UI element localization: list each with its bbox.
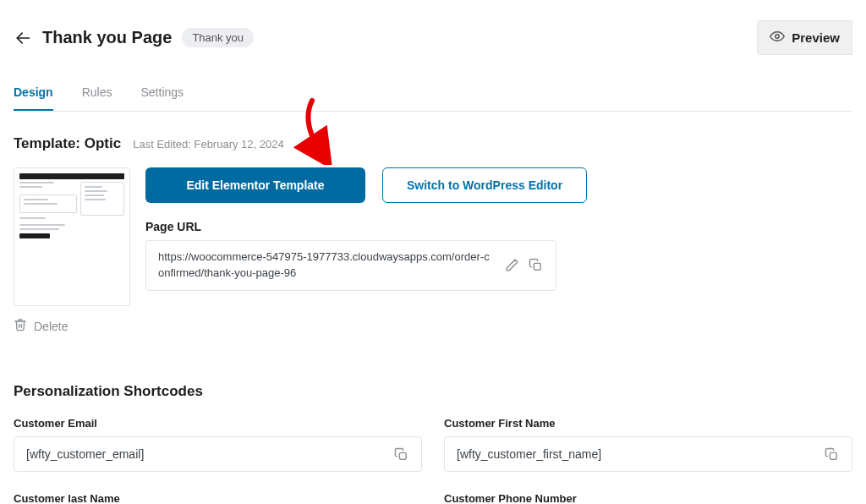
tab-design[interactable]: Design [14,79,53,111]
edit-url-button[interactable] [500,254,523,277]
svg-point-1 [776,35,780,39]
shortcode-value: [wfty_customer_email] [26,447,389,461]
shortcode-field: Customer Phone Number [wfty_customer_pho… [444,492,852,504]
shortcode-value: [wfty_customer_first_name] [457,447,819,461]
page-url-value: https://woocommerce-547975-1977733.cloud… [158,249,500,282]
template-header: Template: Optic Last Edited: February 12… [14,135,852,152]
copy-shortcode-button[interactable] [389,442,413,466]
page-url-block: Page URL https://woocommerce-547975-1977… [145,220,587,291]
shortcode-label: Customer Phone Number [444,492,852,504]
shortcode-label: Customer last Name [14,492,422,504]
tabs: Design Rules Settings [14,79,852,112]
tab-rules[interactable]: Rules [82,79,112,111]
header-left: Thank you Page Thank you [14,28,254,47]
svg-rect-4 [399,452,406,459]
shortcode-label: Customer First Name [444,417,852,430]
template-thumbnail[interactable] [14,167,130,306]
template-section: Template: Optic Last Edited: February 12… [14,135,852,334]
edit-elementor-button[interactable]: Edit Elementor Template [145,167,365,203]
delete-label: Delete [34,320,68,333]
shortcode-field: Customer Email [wfty_customer_email] [14,417,422,472]
thumbnail-preview [14,168,129,244]
trash-icon [14,318,27,334]
last-edited: Last Edited: February 12, 2024 [133,138,284,151]
page-url-box: https://woocommerce-547975-1977733.cloud… [145,240,556,291]
svg-rect-5 [830,452,836,459]
tab-settings[interactable]: Settings [140,79,184,111]
copy-url-button[interactable] [523,254,547,277]
delete-button[interactable]: Delete [14,318,130,334]
template-actions: Edit Elementor Template Switch to WordPr… [145,167,587,203]
page-url-label: Page URL [145,220,587,233]
preview-label: Preview [792,30,840,45]
page-type-badge: Thank you [182,28,254,47]
shortcode-field: Customer last Name [wfty_customer_last_n… [14,492,422,504]
page-title: Thank you Page [42,28,172,47]
shortcode-box: [wfty_customer_first_name] [444,436,852,472]
eye-icon [770,29,785,47]
page-header: Thank you Page Thank you Preview [14,20,852,55]
preview-button[interactable]: Preview [757,20,852,55]
svg-rect-2 [534,264,540,271]
shortcode-label: Customer Email [14,417,422,430]
shortcodes-title: Personalization Shortcodes [14,383,852,400]
back-arrow-icon[interactable] [14,29,32,47]
switch-editor-button[interactable]: Switch to WordPress Editor [382,167,587,203]
shortcodes-section: Personalization Shortcodes Customer Emai… [14,383,852,504]
shortcode-box: [wfty_customer_email] [14,436,422,472]
copy-shortcode-button[interactable] [819,442,843,466]
shortcode-field: Customer First Name [wfty_customer_first… [444,417,852,472]
template-name: Template: Optic [14,135,121,152]
